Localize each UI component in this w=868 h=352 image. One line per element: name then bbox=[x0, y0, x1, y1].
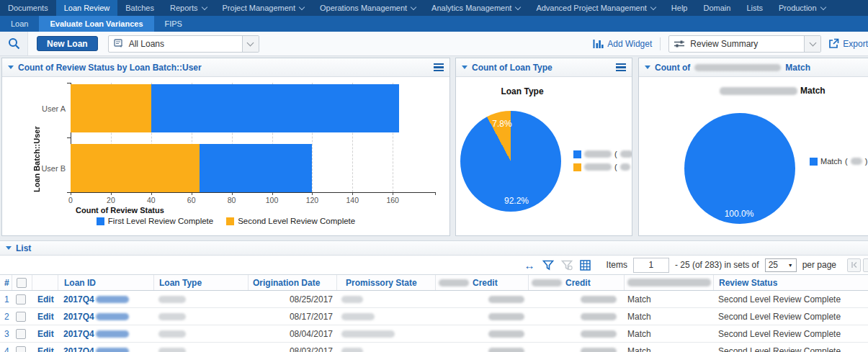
col-header-credit[interactable]: Credit bbox=[469, 278, 498, 288]
bar-segment-first-level-review-complete[interactable] bbox=[151, 84, 399, 132]
top-nav-item-label: Production bbox=[779, 4, 817, 12]
grid-columns-icon[interactable] bbox=[580, 260, 591, 271]
top-nav-item-analytics-management[interactable]: Analytics Management bbox=[424, 0, 528, 16]
col-header-loan-type[interactable]: Loan Type bbox=[154, 278, 202, 288]
first-page-button[interactable] bbox=[847, 258, 861, 272]
page-size-select[interactable]: 25▼ bbox=[765, 258, 797, 272]
panel-title-prefix: Count of bbox=[655, 63, 690, 73]
loan-id-link[interactable]: 2017Q4 bbox=[58, 312, 94, 322]
summary-selector-dropdown-button[interactable] bbox=[804, 36, 820, 52]
filter-icon[interactable] bbox=[542, 260, 554, 271]
row-checkbox[interactable] bbox=[16, 312, 26, 322]
view-selector[interactable]: All Loans bbox=[108, 35, 259, 53]
search-button[interactable] bbox=[0, 32, 28, 55]
cell-num: 3 bbox=[0, 325, 12, 342]
summary-selector[interactable]: Review Summary bbox=[668, 35, 821, 53]
header-cell-loan_id: Loan ID bbox=[58, 275, 153, 290]
redacted-text bbox=[96, 313, 129, 320]
collapse-panel-icon[interactable] bbox=[462, 66, 467, 69]
top-nav-item-project-management[interactable]: Project Management bbox=[215, 0, 313, 16]
pie-match[interactable] bbox=[684, 113, 795, 224]
prev-page-button[interactable] bbox=[863, 258, 868, 272]
redacted-text bbox=[158, 296, 186, 303]
row-checkbox[interactable] bbox=[16, 294, 26, 304]
redacted-text bbox=[158, 348, 186, 352]
row-number-link[interactable]: 3 bbox=[0, 329, 9, 339]
sub-nav-item-loan[interactable]: Loan bbox=[0, 16, 39, 32]
bar-segment-second-level-review-complete[interactable] bbox=[71, 144, 200, 192]
clear-filter-icon[interactable] bbox=[561, 260, 573, 271]
sub-nav-item-label: Loan bbox=[11, 19, 28, 28]
edit-link[interactable]: Edit bbox=[32, 312, 54, 322]
col-header-match-redacted[interactable] bbox=[627, 279, 711, 286]
review-status-value: Second Level Review Complete bbox=[713, 329, 841, 339]
table-row: 3Edit2017Q408/04/2017MatchSecond Level R… bbox=[0, 325, 868, 343]
chevron-down-icon bbox=[820, 4, 826, 9]
top-nav-item-loan-review[interactable]: Loan Review bbox=[56, 0, 118, 16]
match-value: Match bbox=[624, 346, 651, 352]
add-widget-label: Add Widget bbox=[607, 39, 652, 49]
view-selector-dropdown-button[interactable] bbox=[242, 36, 259, 52]
top-nav-item-lists[interactable]: Lists bbox=[738, 0, 771, 16]
top-nav-item-reports[interactable]: Reports bbox=[162, 0, 215, 16]
col-header-loan-id[interactable]: Loan ID bbox=[58, 278, 96, 288]
top-nav-item-label: Advanced Project Management bbox=[536, 4, 646, 12]
summary-selector-value: Review Summary bbox=[684, 39, 804, 49]
collapse-panel-icon[interactable] bbox=[645, 66, 650, 69]
legend-swatch bbox=[573, 150, 581, 158]
top-nav-item-advanced-project-management[interactable]: Advanced Project Management bbox=[528, 0, 663, 16]
col-header-review-status[interactable]: Review Status bbox=[714, 278, 777, 288]
pie-slice-label: 7.8% bbox=[492, 119, 511, 129]
cell-match: Match bbox=[624, 343, 713, 352]
select-all-checkbox[interactable] bbox=[17, 278, 27, 288]
resize-columns-icon[interactable]: ↔ bbox=[524, 260, 535, 271]
bar-segment-second-level-review-complete[interactable] bbox=[71, 84, 151, 132]
panel-menu-icon[interactable] bbox=[434, 63, 444, 72]
top-nav-item-operations-management[interactable]: Operations Management bbox=[312, 0, 424, 16]
top-nav-item-label: Loan Review bbox=[64, 4, 110, 12]
sub-nav-item-fips[interactable]: FIPS bbox=[154, 16, 193, 32]
row-checkbox[interactable] bbox=[16, 329, 26, 339]
export-button[interactable]: Export bbox=[828, 38, 868, 49]
top-nav-item-help[interactable]: Help bbox=[663, 0, 696, 16]
chevron-down-icon bbox=[299, 4, 305, 9]
cell-review: Second Level Review Complete bbox=[713, 291, 868, 307]
bar-chart: Loan Batch::User Count of Review Status … bbox=[2, 77, 449, 235]
row-number-link[interactable]: 1 bbox=[0, 294, 9, 304]
legend-label: Match bbox=[820, 157, 842, 166]
review-status-value: Second Level Review Complete bbox=[713, 312, 841, 322]
edit-link[interactable]: Edit bbox=[32, 329, 54, 339]
edit-link[interactable]: Edit bbox=[32, 346, 54, 352]
loan-id-link[interactable]: 2017Q4 bbox=[58, 294, 94, 304]
row-number-link[interactable]: 2 bbox=[0, 312, 9, 322]
col-header-num[interactable]: # bbox=[0, 278, 9, 288]
cell-num: 1 bbox=[0, 291, 12, 307]
new-loan-button[interactable]: New Loan bbox=[37, 36, 98, 51]
col-header-origination-date[interactable]: Origination Date bbox=[249, 278, 320, 288]
panel-title: Count of Loan Type bbox=[472, 63, 552, 73]
dashboard-charts: Count of Review Status by Loan Batch::Us… bbox=[0, 56, 868, 240]
add-widget-button[interactable]: Add Widget bbox=[593, 39, 652, 49]
col-header-credit[interactable]: Credit bbox=[562, 278, 591, 288]
top-nav-item-production[interactable]: Production bbox=[771, 0, 833, 16]
top-nav-item-documents[interactable]: Documents bbox=[0, 0, 56, 16]
redacted-text bbox=[581, 313, 617, 320]
row-number-link[interactable]: 4 bbox=[0, 346, 9, 352]
cell-edit: Edit bbox=[32, 325, 58, 342]
top-nav-item-domain[interactable]: Domain bbox=[695, 0, 738, 16]
sub-nav-item-evaluate-loan-variances[interactable]: Evaluate Loan Variances bbox=[39, 16, 153, 32]
col-header-promissory-state[interactable]: Promissory State bbox=[337, 278, 417, 288]
row-checkbox[interactable] bbox=[16, 346, 26, 352]
top-nav-item-batches[interactable]: Batches bbox=[117, 0, 162, 16]
collapse-panel-icon[interactable] bbox=[8, 66, 14, 69]
collapse-list-icon[interactable] bbox=[6, 246, 12, 250]
cell-state bbox=[336, 308, 435, 325]
items-start-input[interactable] bbox=[633, 258, 669, 273]
bar-segment-first-level-review-complete[interactable] bbox=[200, 144, 313, 192]
edit-link[interactable]: Edit bbox=[32, 294, 54, 304]
loan-id-link[interactable]: 2017Q4 bbox=[58, 329, 94, 339]
panel-menu-icon[interactable] bbox=[616, 63, 626, 72]
loan-id-link[interactable]: 2017Q4 bbox=[58, 346, 94, 352]
export-label: Export bbox=[843, 39, 868, 49]
pie-legend-item: Match () bbox=[810, 157, 867, 166]
